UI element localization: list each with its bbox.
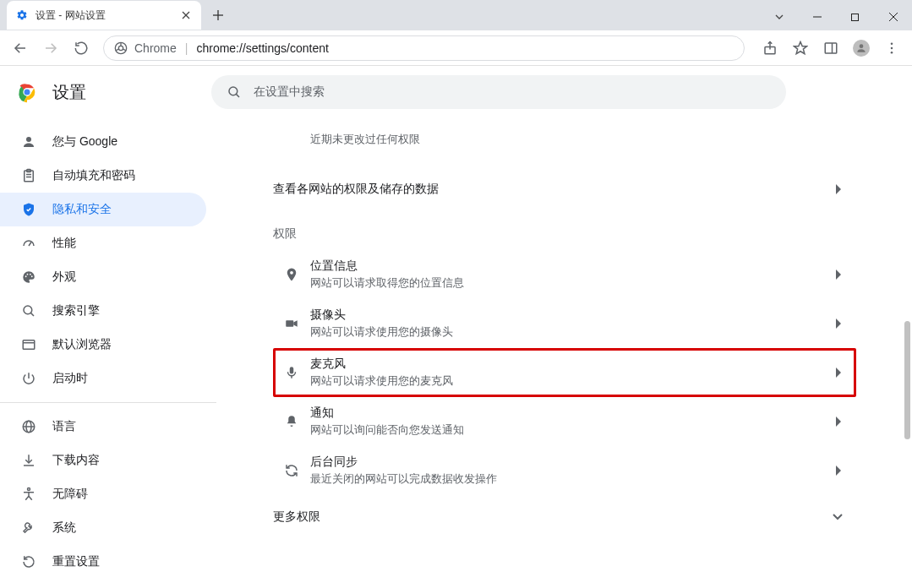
row-notifications[interactable]: 通知 网站可以询问能否向您发送通知 <box>273 397 856 446</box>
chevron-right-icon <box>836 270 843 280</box>
svg-line-52 <box>25 496 29 500</box>
speedometer-icon <box>20 235 37 252</box>
reset-icon <box>20 553 37 570</box>
svg-line-14 <box>116 49 118 51</box>
sidebar-item-label: 搜索引擎 <box>52 303 100 318</box>
svg-point-36 <box>27 274 29 275</box>
camera-icon <box>273 316 310 331</box>
settings-header: 设置 在设置中搜索 <box>0 66 912 118</box>
chevron-right-icon <box>836 184 843 194</box>
sidebar-item-accessibility[interactable]: 无障碍 <box>0 477 206 511</box>
accessibility-icon <box>20 486 37 503</box>
content-scrollbar[interactable] <box>904 321 910 439</box>
svg-line-28 <box>236 94 239 97</box>
bookmark-icon[interactable] <box>787 35 814 62</box>
sidebar-item-on-startup[interactable]: 启动时 <box>0 362 206 395</box>
sidebar-item-default-browser[interactable]: 默认浏览器 <box>0 328 206 362</box>
maximize-button[interactable] <box>836 3 874 30</box>
row-title: 摄像头 <box>310 308 836 323</box>
svg-line-40 <box>30 313 34 316</box>
download-icon <box>20 452 37 469</box>
svg-marker-61 <box>836 368 841 378</box>
clipboard-icon <box>20 167 37 184</box>
minimize-button[interactable] <box>798 3 836 30</box>
chevron-down-icon[interactable] <box>760 3 798 30</box>
sidebar-item-label: 隐私和安全 <box>52 202 112 217</box>
page-title: 设置 <box>52 81 86 104</box>
row-title: 位置信息 <box>310 259 836 274</box>
svg-rect-18 <box>825 43 837 53</box>
row-more-permissions[interactable]: 更多权限 <box>273 495 856 539</box>
svg-point-39 <box>24 306 32 314</box>
svg-point-11 <box>118 46 123 50</box>
share-icon[interactable] <box>756 35 784 62</box>
chevron-down-icon <box>833 514 843 520</box>
row-subtitle: 网站可以请求使用您的摄像头 <box>310 324 836 340</box>
settings-search-input[interactable]: 在设置中搜索 <box>211 75 786 109</box>
search-icon <box>20 302 37 319</box>
row-title: 通知 <box>310 406 836 421</box>
sidebar-item-you-and-google[interactable]: 您与 Google <box>0 125 206 159</box>
recent-activity-text: 近期未更改过任何权限 <box>273 125 856 167</box>
row-camera[interactable]: 摄像头 网站可以请求使用您的摄像头 <box>273 299 856 348</box>
side-panel-icon[interactable] <box>817 35 844 62</box>
svg-marker-57 <box>293 320 298 327</box>
nav-reload-button[interactable] <box>68 35 95 62</box>
settings-body: 您与 Google 自动填充和密码 隐私和安全 性能 外观 搜索引擎 默认浏览器 <box>0 118 912 588</box>
sidebar-item-search-engine[interactable]: 搜索引擎 <box>0 294 206 328</box>
nav-forward-button[interactable] <box>37 35 64 62</box>
gear-icon <box>15 8 29 22</box>
tab-close-button[interactable] <box>179 8 193 22</box>
window-controls <box>760 3 912 30</box>
sidebar-item-system[interactable]: 系统 <box>0 511 206 545</box>
row-title: 麦克风 <box>310 357 836 372</box>
new-tab-button[interactable] <box>206 3 230 27</box>
sidebar-separator <box>0 402 216 403</box>
svg-point-37 <box>30 274 31 275</box>
svg-point-27 <box>229 87 238 95</box>
tab-title: 设置 - 网站设置 <box>35 8 172 23</box>
row-subtitle: 最近关闭的网站可以完成数据收发操作 <box>310 471 836 487</box>
svg-rect-56 <box>286 320 293 327</box>
svg-point-22 <box>891 46 893 49</box>
sidebar-item-performance[interactable]: 性能 <box>0 226 206 260</box>
svg-marker-54 <box>836 184 841 194</box>
sidebar-item-label: 您与 Google <box>52 134 117 150</box>
tab-strip: 设置 - 网站设置 <box>0 0 760 30</box>
row-location[interactable]: 位置信息 网站可以请求取得您的位置信息 <box>273 250 856 299</box>
nav-back-button[interactable] <box>7 35 34 62</box>
browser-toolbar: Chrome | chrome://settings/content <box>0 30 912 66</box>
sidebar-item-autofill[interactable]: 自动填充和密码 <box>0 159 206 193</box>
close-window-button[interactable] <box>874 3 912 30</box>
sync-icon <box>273 463 310 478</box>
profile-avatar[interactable] <box>848 35 875 62</box>
sidebar-item-downloads[interactable]: 下载内容 <box>0 444 206 477</box>
chrome-label: Chrome <box>134 41 177 55</box>
chrome-logo-icon <box>15 80 39 104</box>
browser-tab-active[interactable]: 设置 - 网站设置 <box>7 1 201 30</box>
sidebar-item-reset[interactable]: 重置设置 <box>0 545 206 579</box>
svg-marker-58 <box>836 318 841 329</box>
svg-line-13 <box>123 49 125 51</box>
row-view-site-data[interactable]: 查看各网站的权限及储存的数据 <box>273 167 856 211</box>
sidebar-item-languages[interactable]: 语言 <box>0 410 206 444</box>
address-bar[interactable]: Chrome | chrome://settings/content <box>103 35 745 61</box>
bell-icon <box>273 414 310 429</box>
sidebar-item-label: 系统 <box>52 520 76 536</box>
wrench-icon <box>20 520 37 536</box>
svg-rect-41 <box>23 340 35 350</box>
row-background-sync[interactable]: 后台同步 最近关闭的网站可以完成数据收发操作 <box>273 446 856 495</box>
svg-line-53 <box>29 496 32 500</box>
sidebar-item-label: 语言 <box>52 419 76 434</box>
kebab-menu-icon[interactable] <box>878 35 905 62</box>
browser-icon <box>20 336 37 353</box>
row-microphone[interactable]: 麦克风 网站可以请求使用您的麦克风 <box>273 348 856 397</box>
person-icon <box>20 133 37 150</box>
window-titlebar: 设置 - 网站设置 <box>0 0 912 30</box>
svg-rect-59 <box>289 367 293 373</box>
sidebar-item-appearance[interactable]: 外观 <box>0 260 206 294</box>
row-label: 更多权限 <box>273 509 833 525</box>
svg-point-23 <box>891 51 893 53</box>
settings-content: 近期未更改过任何权限 查看各网站的权限及储存的数据 权限 位置信息 网站可以请求… <box>216 118 912 588</box>
sidebar-item-privacy[interactable]: 隐私和安全 <box>0 193 206 226</box>
